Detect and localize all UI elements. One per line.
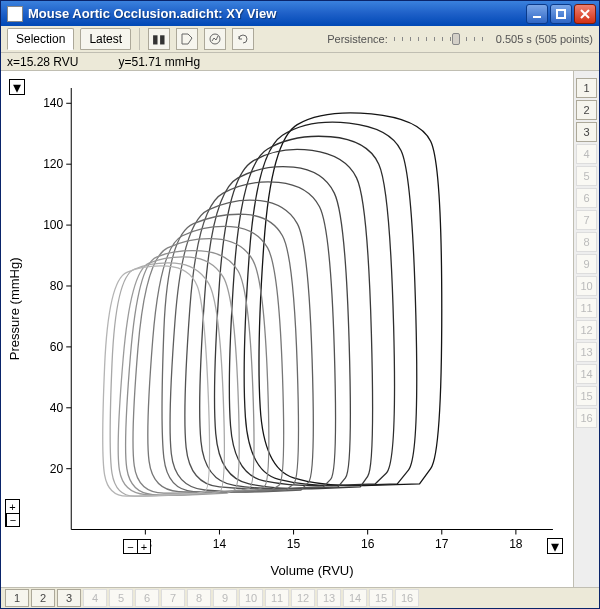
channel-v-3[interactable]: 3 — [576, 122, 597, 142]
channel-h-11[interactable]: 11 — [265, 589, 289, 607]
channel-list-vertical: 12345678910111213141516 — [573, 71, 599, 587]
channel-v-4[interactable]: 4 — [576, 144, 597, 164]
maximize-button[interactable] — [550, 4, 572, 24]
maximize-icon — [556, 9, 566, 19]
channel-v-16[interactable]: 16 — [576, 408, 597, 428]
channel-h-3[interactable]: 3 — [57, 589, 81, 607]
y-axis-menu-button[interactable]: ▾ — [9, 79, 25, 95]
persistence-value: 0.505 s (505 points) — [496, 33, 593, 45]
graph-icon — [208, 32, 222, 46]
plot-area[interactable]: 20406080100120140131415161718Volume (RVU… — [1, 71, 573, 587]
svg-text:100: 100 — [43, 219, 63, 233]
minimize-button[interactable] — [526, 4, 548, 24]
channel-h-15[interactable]: 15 — [369, 589, 393, 607]
coord-bar: x=15.28 RVU y=51.71 mmHg — [1, 53, 599, 71]
svg-text:40: 40 — [50, 401, 64, 415]
pause-icon: ▮▮ — [152, 32, 166, 46]
coord-y: y=51.71 mmHg — [119, 55, 201, 69]
channel-h-16[interactable]: 16 — [395, 589, 419, 607]
channel-h-7[interactable]: 7 — [161, 589, 185, 607]
tab-latest[interactable]: Latest — [80, 28, 131, 50]
channel-h-1[interactable]: 1 — [5, 589, 29, 607]
chevron-down-icon: ▾ — [13, 78, 21, 97]
channel-h-10[interactable]: 10 — [239, 589, 263, 607]
channel-h-5[interactable]: 5 — [109, 589, 133, 607]
x-zoom-in-button[interactable]: + — [137, 540, 150, 553]
titlebar[interactable]: Mouse Aortic Occlusion.adicht: XY View — [1, 1, 599, 26]
close-button[interactable] — [574, 4, 596, 24]
channel-h-8[interactable]: 8 — [187, 589, 211, 607]
pv-chart: 20406080100120140131415161718Volume (RVU… — [1, 71, 573, 587]
svg-text:Pressure (mmHg): Pressure (mmHg) — [7, 258, 22, 361]
channel-v-2[interactable]: 2 — [576, 100, 597, 120]
channel-v-14[interactable]: 14 — [576, 364, 597, 384]
y-zoom-in-button[interactable]: + — [6, 500, 19, 513]
chevron-down-icon: ▾ — [551, 537, 559, 556]
channel-h-2[interactable]: 2 — [31, 589, 55, 607]
pause-button[interactable]: ▮▮ — [148, 28, 170, 50]
persistence-label: Persistence: — [327, 33, 388, 45]
channel-h-13[interactable]: 13 — [317, 589, 341, 607]
x-zoom-out-button[interactable]: − — [124, 540, 137, 553]
tab-selection[interactable]: Selection — [7, 28, 74, 50]
svg-text:140: 140 — [43, 97, 63, 111]
channel-h-12[interactable]: 12 — [291, 589, 315, 607]
graph-button[interactable] — [204, 28, 226, 50]
svg-text:60: 60 — [50, 340, 64, 354]
y-zoom-out-button[interactable]: − — [6, 513, 19, 526]
channel-v-10[interactable]: 10 — [576, 276, 597, 296]
refresh-icon — [236, 32, 250, 46]
x-zoom-buttons: − + — [123, 539, 151, 554]
channel-list-horizontal: 12345678910111213141516 — [1, 588, 599, 608]
toolbar: Selection Latest ▮▮ Persistence: 0.505 s… — [1, 26, 599, 53]
channel-v-7[interactable]: 7 — [576, 210, 597, 230]
slider-thumb[interactable] — [452, 33, 460, 45]
channel-h-4[interactable]: 4 — [83, 589, 107, 607]
svg-text:Volume (RVU): Volume (RVU) — [271, 563, 354, 578]
svg-text:16: 16 — [361, 537, 375, 551]
channel-v-13[interactable]: 13 — [576, 342, 597, 362]
tag-icon — [180, 32, 194, 46]
channel-v-11[interactable]: 11 — [576, 298, 597, 318]
app-icon — [7, 6, 23, 22]
channel-v-6[interactable]: 6 — [576, 188, 597, 208]
svg-text:80: 80 — [50, 279, 64, 293]
channel-h-14[interactable]: 14 — [343, 589, 367, 607]
window-title: Mouse Aortic Occlusion.adicht: XY View — [28, 6, 526, 21]
svg-rect-0 — [533, 16, 541, 18]
x-axis-menu-button[interactable]: ▾ — [547, 538, 563, 554]
channel-v-5[interactable]: 5 — [576, 166, 597, 186]
window-buttons — [526, 4, 596, 24]
svg-text:15: 15 — [287, 537, 301, 551]
channel-v-8[interactable]: 8 — [576, 232, 597, 252]
y-zoom-buttons: + − — [5, 499, 20, 527]
separator — [139, 28, 140, 50]
svg-text:14: 14 — [213, 537, 227, 551]
svg-text:18: 18 — [509, 537, 523, 551]
app-window: Mouse Aortic Occlusion.adicht: XY View S… — [0, 0, 600, 609]
channel-v-1[interactable]: 1 — [576, 78, 597, 98]
tag-button[interactable] — [176, 28, 198, 50]
close-icon — [580, 9, 590, 19]
coord-x: x=15.28 RVU — [7, 55, 79, 69]
channel-v-9[interactable]: 9 — [576, 254, 597, 274]
channel-v-15[interactable]: 15 — [576, 386, 597, 406]
svg-text:120: 120 — [43, 158, 63, 172]
channel-v-12[interactable]: 12 — [576, 320, 597, 340]
refresh-graph-button[interactable] — [232, 28, 254, 50]
minimize-icon — [532, 9, 542, 19]
channel-h-6[interactable]: 6 — [135, 589, 159, 607]
main-area: 20406080100120140131415161718Volume (RVU… — [1, 71, 599, 588]
channel-h-9[interactable]: 9 — [213, 589, 237, 607]
svg-rect-1 — [557, 10, 565, 18]
svg-text:20: 20 — [50, 462, 64, 476]
persistence-slider[interactable] — [394, 37, 484, 41]
svg-text:17: 17 — [435, 537, 449, 551]
